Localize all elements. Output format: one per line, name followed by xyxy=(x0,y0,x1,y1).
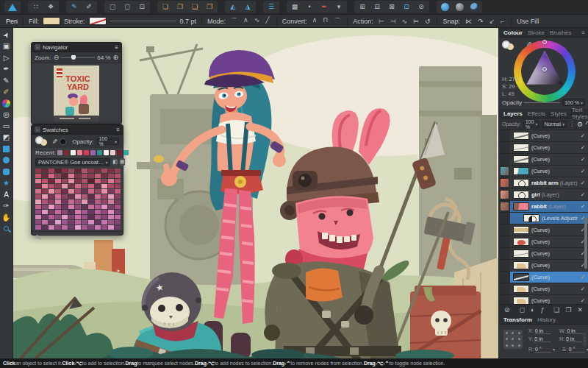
swatch-cell[interactable] xyxy=(68,215,74,219)
swatch-cell[interactable] xyxy=(55,199,61,204)
recent-swatch[interactable] xyxy=(104,150,109,155)
panel-menu-icon[interactable]: ≡ xyxy=(581,29,585,36)
snap-guides-button[interactable]: ⊡ xyxy=(400,1,413,13)
swatch-cell[interactable] xyxy=(35,205,41,209)
layer-thumbnail[interactable] xyxy=(513,191,529,199)
snap-offcurve-button[interactable]: ↙ xyxy=(488,18,497,25)
tab-brushes[interactable]: Brushes xyxy=(550,29,571,36)
layer-row-curve[interactable]: (Curve)✓ xyxy=(499,295,588,304)
swatch-cell[interactable] xyxy=(115,225,121,230)
swatch-cell[interactable] xyxy=(115,220,121,224)
snap-grid-button[interactable]: ⊟ xyxy=(370,1,384,13)
swatch-cell[interactable] xyxy=(49,210,54,214)
swatch-cell[interactable] xyxy=(35,179,41,183)
swatch-cell[interactable] xyxy=(55,184,61,188)
layer-visibility-check[interactable]: ✓ xyxy=(578,191,588,198)
swatch-cell[interactable] xyxy=(49,194,54,199)
star-tool[interactable]: ★ xyxy=(1,179,12,188)
swatch-cell[interactable] xyxy=(101,194,107,199)
layer-thumbnail[interactable] xyxy=(513,132,529,140)
swatch-cell[interactable] xyxy=(108,184,114,188)
pen-options-chevron[interactable]: ▾ xyxy=(332,1,345,13)
use-fill-toggle[interactable]: Use Fill xyxy=(517,18,539,25)
layer-thumbnail[interactable] xyxy=(513,273,529,281)
art-girl-hand[interactable] xyxy=(273,154,286,167)
swatch-cell[interactable] xyxy=(95,220,101,224)
swatch-cell[interactable] xyxy=(108,169,114,173)
stroke-dot-button[interactable]: • xyxy=(303,1,316,13)
swatch-cell[interactable] xyxy=(101,199,107,204)
swatch-cell[interactable] xyxy=(95,205,101,209)
snap-spread-button[interactable]: ⊘ xyxy=(415,1,428,13)
recent-swatch[interactable] xyxy=(57,150,62,155)
eyedropper-icon[interactable]: ✎ xyxy=(50,138,57,144)
swatch-cell[interactable] xyxy=(95,194,101,199)
swatch-cell[interactable] xyxy=(62,169,68,173)
swatch-cell[interactable] xyxy=(75,220,81,224)
swatch-cell[interactable] xyxy=(35,199,41,204)
panel-menu-icon[interactable]: ≡ xyxy=(116,127,120,133)
recent-swatch[interactable] xyxy=(84,150,89,155)
layer-row-curve[interactable]: (Curve)✓ xyxy=(499,166,588,177)
snapping-grid-button[interactable]: ∷ xyxy=(29,1,43,13)
swatch-cell[interactable] xyxy=(82,194,87,199)
alignment-button[interactable]: ☰ xyxy=(265,1,278,13)
swatch-cell[interactable] xyxy=(75,169,81,173)
action-reverse-button[interactable]: ↺ xyxy=(423,18,432,25)
swatch-cell[interactable] xyxy=(108,215,114,219)
swatch-cell[interactable] xyxy=(62,205,68,209)
swatch-cell[interactable] xyxy=(95,189,101,194)
convert-sharp-button[interactable]: ∧ xyxy=(311,16,319,26)
transform-options-handle[interactable]: ⋮ xyxy=(583,332,587,347)
layer-visibility-check[interactable]: ✓ xyxy=(578,132,588,139)
layer-row-rabbitarm[interactable]: rabbit arm (Layer)✓ xyxy=(499,177,588,189)
line-mode-button[interactable]: ╱ xyxy=(264,16,270,26)
swatch-cell[interactable] xyxy=(49,225,54,230)
swatch-cell[interactable] xyxy=(62,210,68,214)
swatch-cell[interactable] xyxy=(68,174,74,178)
swatch-cell[interactable] xyxy=(108,194,114,199)
swatch-cell[interactable] xyxy=(82,199,87,204)
layer-visibility-check[interactable]: ✓ xyxy=(578,274,588,280)
palette-options-icon[interactable]: ◧ xyxy=(112,158,118,166)
zoom-slider-handle[interactable] xyxy=(71,55,76,60)
layer-row-curve[interactable]: (Curve)✓ xyxy=(499,224,588,236)
palette-view-icon[interactable]: ▦ xyxy=(120,158,125,166)
mask-layer-button[interactable]: ◻ xyxy=(517,306,526,314)
brush-eraser-button[interactable]: ✐ xyxy=(82,1,96,13)
swatch-cell[interactable] xyxy=(49,169,54,173)
swatch-cell[interactable] xyxy=(75,189,81,194)
swatch-cell[interactable] xyxy=(82,169,87,173)
swatch-cell[interactable] xyxy=(35,210,41,214)
swatch-cell[interactable] xyxy=(42,220,48,224)
swatch-cell[interactable] xyxy=(101,169,107,173)
snap-object-button[interactable]: ⊠ xyxy=(385,1,398,13)
colour-wheel[interactable] xyxy=(514,40,576,102)
zoom-slider[interactable] xyxy=(61,57,95,58)
swatch-cell[interactable] xyxy=(49,189,54,194)
swatch-cell[interactable] xyxy=(115,174,121,178)
recent-swatch[interactable] xyxy=(64,150,69,155)
add-group-button[interactable]: ❐ xyxy=(564,306,573,314)
swatch-cell[interactable] xyxy=(108,205,114,209)
node-tool[interactable]: ▷ xyxy=(1,53,12,62)
swatch-cell[interactable] xyxy=(75,225,81,230)
edit-in-pixel-persona-button[interactable]: ✎ xyxy=(68,1,81,13)
swatch-cell[interactable] xyxy=(108,199,114,204)
swatch-cell[interactable] xyxy=(62,194,68,199)
swatch-cell[interactable] xyxy=(82,225,87,230)
swatch-cell[interactable] xyxy=(68,194,74,199)
node-editor-button[interactable]: ❖ xyxy=(44,1,57,13)
convert-smooth-button[interactable]: ⌒ xyxy=(332,16,342,26)
swatch-cell[interactable] xyxy=(101,174,107,178)
swatch-cell[interactable] xyxy=(115,169,121,173)
swatch-cell[interactable] xyxy=(68,169,74,173)
recent-swatch[interactable] xyxy=(77,150,82,155)
swatch-cell[interactable] xyxy=(42,174,48,178)
tab-history[interactable]: History xyxy=(537,316,556,323)
layer-row-rabbit[interactable]: rabbit (Layer)✓ xyxy=(499,201,588,213)
fill-tool[interactable]: ◎ xyxy=(1,110,12,119)
artboard-tool[interactable]: ▣ xyxy=(1,42,12,51)
stroke-width-slider[interactable] xyxy=(110,21,176,21)
transparency-tool[interactable]: ◩ xyxy=(1,133,12,142)
